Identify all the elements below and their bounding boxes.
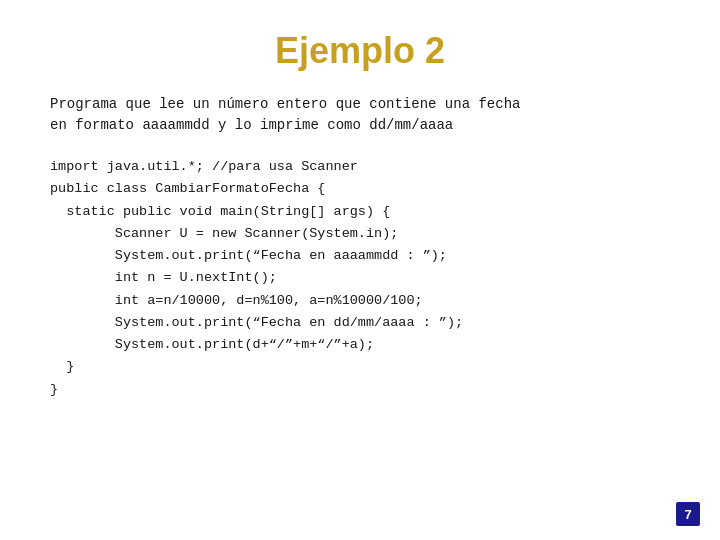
code-line-5: System.out.print(“Fecha en aaaammdd : ”)… <box>50 245 670 267</box>
code-line-4: Scanner U = new Scanner(System.in); <box>50 223 670 245</box>
code-line-11: } <box>50 379 670 401</box>
code-line-2: public class CambiarFormatoFecha { <box>50 178 670 200</box>
page-number: 7 <box>676 502 700 526</box>
code-line-6: int n = U.nextInt(); <box>50 267 670 289</box>
description-line2: en formato aaaammdd y lo imprime como dd… <box>50 117 453 133</box>
code-line-7: int a=n/10000, d=n%100, a=n%10000/100; <box>50 290 670 312</box>
code-block: import java.util.*; //para usa Scanner p… <box>50 156 670 401</box>
code-line-9: System.out.print(d+“/”+m+“/”+a); <box>50 334 670 356</box>
page-container: Ejemplo 2 Programa que lee un número ent… <box>0 0 720 540</box>
code-line-8: System.out.print(“Fecha en dd/mm/aaaa : … <box>50 312 670 334</box>
code-line-3: static public void main(String[] args) { <box>50 201 670 223</box>
page-title: Ejemplo 2 <box>50 30 670 72</box>
code-line-1: import java.util.*; //para usa Scanner <box>50 156 670 178</box>
description-line1: Programa que lee un número entero que co… <box>50 96 520 112</box>
code-line-10: } <box>50 356 670 378</box>
description: Programa que lee un número entero que co… <box>50 94 670 136</box>
